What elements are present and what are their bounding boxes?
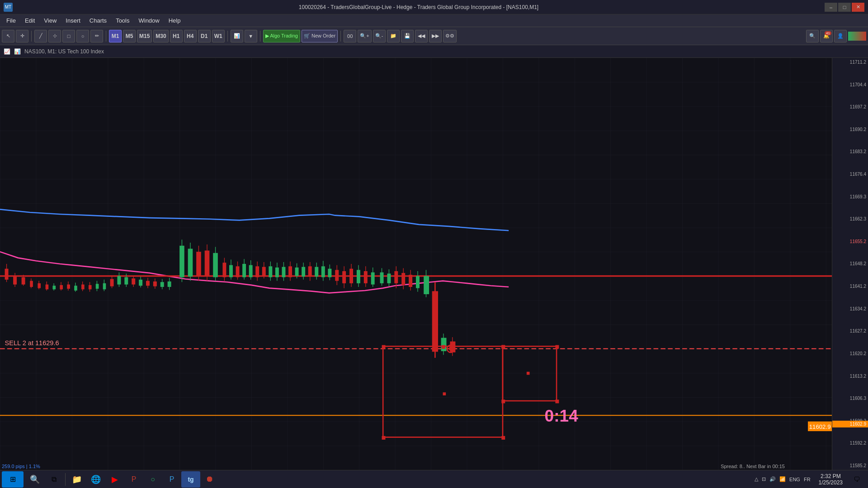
price-label: 11592.2 (850, 441, 866, 446)
save-button[interactable]: 💾 (401, 30, 414, 42)
notifications-button[interactable]: 🔔41 (820, 30, 833, 42)
notification-button[interactable]: 🗨 (847, 471, 866, 488)
price-label: 11669.3 (850, 194, 866, 199)
chart-area[interactable]: SELL ▼ ▲ BUY 11602 .9 11603 .7 NAS100 Sc… (0, 58, 832, 470)
toolbar-separator-3 (227, 31, 228, 42)
chart-type-dropdown[interactable]: ▼ (245, 30, 257, 42)
taskbar-app2-button[interactable]: ○ (143, 471, 162, 488)
taskbar-edge-button[interactable]: 🌐 (86, 471, 105, 488)
menu-charts[interactable]: Charts (85, 16, 111, 25)
line-tool-button[interactable]: ╱ (34, 30, 47, 42)
svg-rect-132 (501, 436, 505, 440)
menu-tools[interactable]: Tools (111, 16, 134, 25)
timeframe-h1-button[interactable]: H1 (170, 30, 183, 42)
layout-label: FR (804, 477, 811, 482)
algo-trading-button[interactable]: ▶ Algo Trading (263, 30, 300, 42)
close-button[interactable]: ✕ (852, 3, 864, 12)
chart-type-button[interactable]: 📊 (231, 30, 243, 42)
price-label: 11676.4 (850, 172, 866, 177)
clock-date: 1/25/2023 (819, 479, 843, 486)
minimize-button[interactable]: – (825, 3, 837, 12)
svg-text:0:14: 0:14 (545, 406, 578, 425)
chart-bottom-info: 259.0 pips | 1.1% (0, 463, 42, 470)
price-label: 11690.2 (850, 127, 866, 132)
lang-label: ENG (789, 477, 800, 482)
timeframe-m15-button[interactable]: M15 (137, 30, 152, 42)
taskbar-app3-button[interactable]: P (162, 471, 181, 488)
timeframe-d1-button[interactable]: D1 (198, 30, 211, 42)
price-label: 11620.2 (850, 351, 866, 356)
toolbar-separator-1 (31, 31, 32, 42)
price-label: 11704.4 (850, 82, 866, 87)
indicator-button[interactable]: 00 (344, 30, 356, 42)
zoom-out-button[interactable]: 🔍- (373, 30, 386, 42)
taskbar-separator (65, 473, 66, 486)
svg-rect-1 (0, 58, 832, 470)
infobar: 📈 📊 NAS100, M1: US Tech 100 Index (0, 45, 868, 58)
taskbar-record-button[interactable]: ⏺ (200, 471, 219, 488)
taskbar-explorer-button[interactable]: 📁 (67, 471, 86, 488)
search-button[interactable]: 🔍 (806, 30, 819, 42)
price-label: 11634.2 (850, 306, 866, 311)
window-controls: – □ ✕ (825, 3, 864, 12)
svg-point-141 (449, 347, 453, 351)
properties-button[interactable]: ⚙⚙ (443, 30, 457, 42)
svg-rect-139 (527, 372, 530, 375)
svg-rect-138 (443, 392, 446, 395)
hline-tool-button[interactable]: ⊹ (48, 30, 61, 42)
menu-edit[interactable]: Edit (20, 16, 39, 25)
taskbar-search-button[interactable]: 🔍 (25, 471, 44, 488)
price-label: 11627.2 (850, 328, 866, 333)
timeframe-m30-button[interactable]: M30 (153, 30, 168, 42)
maximize-button[interactable]: □ (838, 3, 851, 12)
price-label: 11585.2 (850, 463, 866, 468)
timeframe-h4-button[interactable]: H4 (184, 30, 197, 42)
toolbar-separator-5 (340, 31, 341, 42)
svg-rect-129 (442, 345, 445, 349)
chart-icon: 📈 (4, 48, 10, 55)
taskbar-app1-button[interactable]: P (124, 471, 143, 488)
timeframe-m5-button[interactable]: M5 (123, 30, 136, 42)
price-label: 11606.3 (850, 396, 866, 401)
menubar: File Edit View Insert Charts Tools Windo… (0, 14, 868, 27)
taskbar-taskview-button[interactable]: ⧉ (44, 471, 63, 488)
system-tray: △ ⊡ 🔊 📶 ENG FR (751, 476, 814, 482)
price-label: 11648.2 (850, 261, 866, 266)
menu-help[interactable]: Help (164, 16, 185, 25)
titlebar: MT 100020264 - TradersGlobalGroup-Live -… (0, 0, 868, 14)
toolbar: ↖ ✛ ╱ ⊹ □ ○ ✏ M1 M5 M15 M30 H1 H4 D1 W1 … (0, 27, 868, 45)
taskbar: ⊞ 🔍 ⧉ 📁 🌐 ▶ P ○ P tg ⏺ △ ⊡ 🔊 📶 ENG FR 2: (0, 470, 868, 488)
taskbar-mt4-button[interactable]: tg (181, 471, 200, 488)
menu-file[interactable]: File (2, 16, 20, 25)
crosshair-tool-button[interactable]: ✛ (16, 30, 28, 42)
toolbar-separator-4 (260, 31, 260, 42)
taskbar-youtube-button[interactable]: ▶ (105, 471, 124, 488)
nav-right-button[interactable]: ▶▶ (429, 30, 442, 42)
svg-rect-136 (501, 399, 505, 403)
nav-left-button[interactable]: ◀◀ (415, 30, 428, 42)
current-price-label: 11602.9 (832, 421, 868, 427)
menu-window[interactable]: Window (134, 16, 164, 25)
timeframe-w1-button[interactable]: W1 (212, 30, 225, 42)
price-axis: 11711.2 11704.4 11697.2 11690.2 11683.2 … (832, 58, 868, 470)
tray-icon-2: ⊡ (762, 476, 766, 482)
price-label: 11697.2 (850, 104, 866, 109)
pen-tool-button[interactable]: ✏ (90, 30, 103, 42)
rect-tool-button[interactable]: □ (62, 30, 75, 42)
menu-insert[interactable]: Insert (61, 16, 85, 25)
new-order-button[interactable]: 🛒 New Order (302, 30, 338, 42)
cursor-tool-button[interactable]: ↖ (2, 30, 14, 42)
taskbar-clock[interactable]: 2:32 PM 1/25/2023 (814, 473, 847, 486)
account-button[interactable]: 👤 (834, 30, 847, 42)
symbol-icon: 📊 (14, 48, 21, 55)
svg-rect-128 (382, 345, 386, 349)
start-button[interactable]: ⊞ (2, 471, 24, 488)
menu-view[interactable]: View (39, 16, 61, 25)
template-button[interactable]: 📁 (387, 30, 400, 42)
timeframe-m1-button[interactable]: M1 (109, 30, 122, 42)
ellipse-tool-button[interactable]: ○ (76, 30, 89, 42)
symbol-label: NAS100, M1: US Tech 100 Index (24, 48, 104, 55)
zoom-in-button[interactable]: 🔍+ (358, 30, 371, 42)
price-label: 11655.2 (850, 239, 866, 244)
price-label: 11662.3 (850, 216, 866, 221)
